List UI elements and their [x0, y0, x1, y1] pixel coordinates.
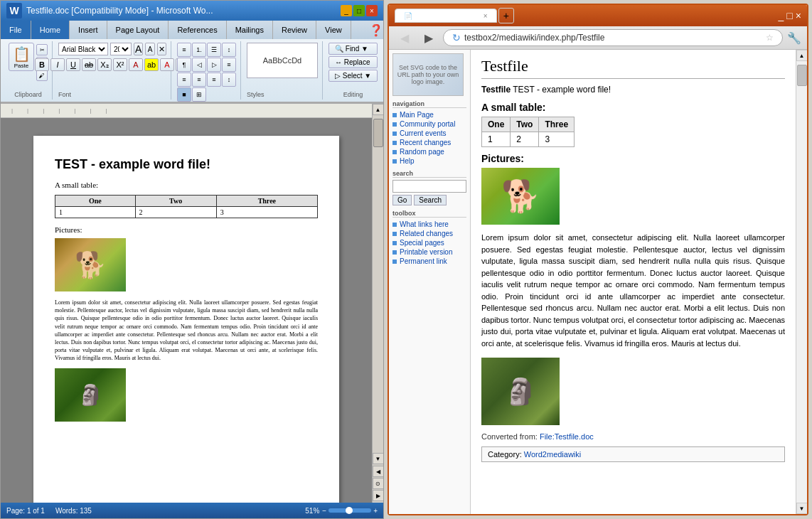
cut-button[interactable]: ✂	[36, 44, 48, 55]
wiki-nav-community[interactable]: Community portal	[392, 119, 466, 129]
community-link[interactable]: Community portal	[400, 120, 455, 128]
wiki-search-button[interactable]: Search	[414, 195, 447, 205]
find-button[interactable]: 🔍 Find ▼	[328, 43, 378, 55]
prev-page-button[interactable]: ◀	[373, 466, 384, 477]
wiki-special-pages[interactable]: Special pages	[392, 238, 466, 247]
browser-tools-icon[interactable]: 🔧	[787, 31, 801, 45]
borders-button[interactable]: ⊞	[192, 87, 206, 102]
scroll-up-arrow[interactable]: ▲	[373, 104, 384, 115]
tab-file[interactable]: File	[1, 21, 31, 39]
bullets-button[interactable]: ≡	[177, 43, 191, 57]
wiki-what-links-here[interactable]: What links here	[392, 220, 466, 229]
font-family-select[interactable]: Arial Black	[58, 43, 108, 55]
special-pages-link[interactable]: Special pages	[400, 239, 444, 247]
strikethrough-button[interactable]: ab	[82, 58, 96, 71]
align-left-button[interactable]: ≡	[222, 58, 236, 72]
category-link[interactable]: Word2mediawiki	[524, 450, 582, 459]
wiki-related-changes[interactable]: Related changes	[392, 229, 466, 238]
main-page-link[interactable]: Main Page	[400, 111, 434, 119]
font-color-button[interactable]: A	[160, 58, 174, 71]
sort-button[interactable]: ↕	[222, 43, 236, 57]
recent-changes-link[interactable]: Recent changes	[400, 139, 451, 146]
grow-font-button[interactable]: A	[134, 43, 143, 55]
refresh-icon[interactable]: ↻	[452, 32, 461, 43]
forward-button[interactable]: ▶	[419, 29, 439, 46]
converted-link[interactable]: File:Testfile.doc	[540, 432, 594, 441]
clear-format-button[interactable]: ✕	[157, 43, 166, 55]
paragraph-group: ≡ 1. ☰ ↕ ¶ ◁ ▷ ≡ ≡ ≡ ≡ ↕ ■ ⊞ Paragraph	[173, 41, 241, 100]
window-maximize-icon[interactable]: □	[786, 10, 792, 21]
tab-close-button[interactable]: ×	[484, 12, 488, 20]
align-center-button[interactable]: ≡	[177, 73, 191, 87]
close-button[interactable]: ×	[366, 5, 378, 16]
multilevel-button[interactable]: ☰	[207, 43, 221, 57]
random-page-link[interactable]: Random page	[400, 148, 444, 156]
zoom-in-button[interactable]: +	[373, 507, 378, 515]
wiki-nav-recent-changes[interactable]: Recent changes	[392, 138, 466, 147]
underline-button[interactable]: U	[66, 58, 80, 71]
wiki-printable-version[interactable]: Printable version	[392, 247, 466, 257]
new-tab-button[interactable]: +	[498, 8, 514, 23]
shrink-font-button[interactable]: A	[145, 43, 154, 55]
bookmark-icon[interactable]: ☆	[766, 33, 774, 43]
wiki-search-input[interactable]	[392, 180, 466, 193]
window-close-icon[interactable]: ×	[796, 10, 801, 21]
wiki-permanent-link[interactable]: Permanent link	[392, 257, 466, 266]
window-minimize-icon[interactable]: _	[779, 10, 784, 21]
help-icon[interactable]: ❓	[369, 21, 383, 39]
help-link[interactable]: Help	[400, 157, 415, 165]
tab-home[interactable]: Home	[31, 21, 70, 39]
show-hide-button[interactable]: ¶	[177, 58, 191, 72]
permanent-link[interactable]: Permanent link	[400, 257, 447, 265]
tab-insert[interactable]: Insert	[70, 21, 107, 39]
scroll-down-arrow[interactable]: ▼	[373, 453, 384, 464]
tab-mailings[interactable]: Mailings	[227, 21, 273, 39]
line-spacing-button[interactable]: ↕	[222, 73, 236, 87]
what-links-link[interactable]: What links here	[400, 220, 449, 228]
browser-tab-active[interactable]: 📄 Testfile - Testbox2 ×	[395, 9, 497, 23]
wiki-nav-current-events[interactable]: Current events	[392, 129, 466, 138]
subscript-button[interactable]: X₂	[97, 58, 112, 71]
decrease-indent-button[interactable]: ◁	[192, 58, 206, 72]
tab-references[interactable]: References	[169, 21, 226, 39]
select-browse-button[interactable]: ⊙	[373, 478, 384, 489]
doc-dog-image: 🐕	[55, 238, 126, 291]
tab-view[interactable]: View	[316, 21, 351, 39]
text-effects-button[interactable]: A	[129, 58, 143, 71]
styles-gallery[interactable]: AaBbCcDd	[247, 43, 318, 78]
browser-scroll-thumb[interactable]	[797, 65, 807, 86]
format-painter-button[interactable]: 🖌	[36, 70, 48, 81]
wiki-nav-main-page[interactable]: Main Page	[392, 110, 466, 119]
wiki-go-button[interactable]: Go	[392, 195, 412, 205]
minimize-button[interactable]: _	[341, 5, 352, 16]
maximize-button[interactable]: □	[353, 5, 365, 16]
highlight-button[interactable]: ab	[144, 58, 159, 71]
select-button[interactable]: ▷ Select ▼	[328, 70, 378, 82]
align-right-button[interactable]: ≡	[192, 73, 206, 87]
increase-indent-button[interactable]: ▷	[207, 58, 221, 72]
bold-button[interactable]: B	[35, 58, 49, 71]
scroll-thumb[interactable]	[373, 119, 383, 147]
numbering-button[interactable]: 1.	[192, 43, 206, 57]
wiki-nav-help[interactable]: Help	[392, 156, 466, 166]
replace-button[interactable]: ↔ Replace	[328, 56, 378, 68]
zoom-out-button[interactable]: −	[322, 507, 326, 515]
back-button[interactable]: ◀	[395, 29, 415, 46]
zoom-slider[interactable]	[328, 508, 371, 513]
shading-button[interactable]: ■	[177, 87, 191, 102]
tab-page-layout[interactable]: Page Layout	[107, 21, 169, 39]
superscript-button[interactable]: X²	[113, 58, 127, 71]
browser-scroll-down[interactable]: ▼	[796, 503, 808, 514]
tab-review[interactable]: Review	[273, 21, 316, 39]
wiki-nav-random-page[interactable]: Random page	[392, 147, 466, 156]
next-page-button[interactable]: ▶	[373, 490, 384, 501]
italic-button[interactable]: I	[50, 58, 65, 71]
paste-button[interactable]: 📋 Paste	[9, 43, 34, 71]
printable-link[interactable]: Printable version	[400, 248, 452, 256]
browser-scroll-up[interactable]: ▲	[796, 50, 808, 61]
url-text[interactable]: testbox2/mediawiki/index.php/Testfile	[464, 33, 762, 43]
current-events-link[interactable]: Current events	[400, 129, 447, 137]
font-size-select[interactable]: 20	[110, 43, 132, 55]
related-changes-link[interactable]: Related changes	[400, 230, 453, 237]
justify-button[interactable]: ≡	[207, 73, 221, 87]
